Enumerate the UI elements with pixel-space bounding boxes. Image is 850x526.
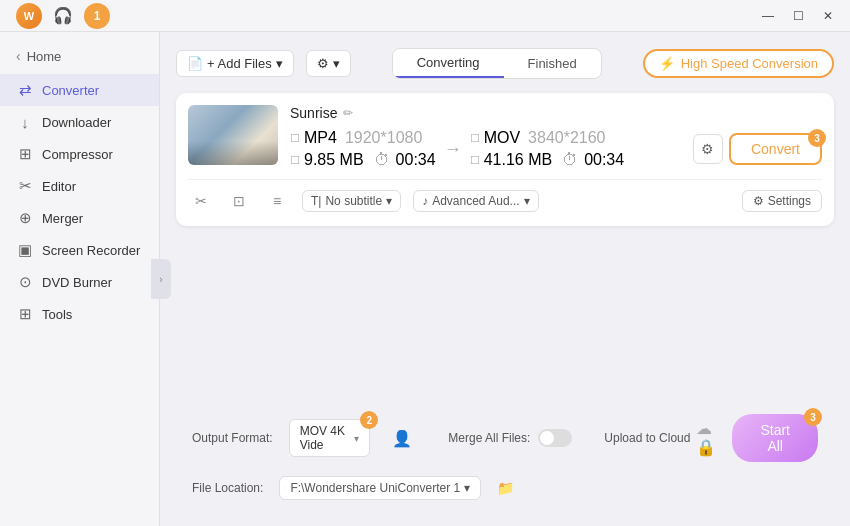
source-format-row: ☐ MP4 1920*1080 [290, 129, 436, 147]
footer-row2: File Location: F:\Wondershare UniConvert… [176, 476, 834, 510]
title-bar-controls: — ☐ ✕ [754, 5, 842, 27]
file-info: Sunrise ✏ ☐ MP4 1920*1080 ☐ [290, 105, 822, 169]
add-more-icon: ⚙ [317, 56, 329, 71]
tab-converting[interactable]: Converting [393, 49, 504, 78]
file-thumbnail [188, 105, 278, 165]
start-all-container: Start All 3 [732, 414, 818, 462]
scissors-icon[interactable]: ✂ [188, 188, 214, 214]
user-avatar[interactable]: W [16, 3, 42, 29]
bottom-options: ✂ ⊡ ≡ T| No subtitle ▾ ♪ Advanced Aud...… [188, 179, 822, 214]
subtitle-icon: T| [311, 194, 321, 208]
app-body: ‹ Home ⇄ Converter ↓ Downloader ⊞ Compre… [0, 32, 850, 526]
source-format: MP4 [304, 129, 337, 147]
start-all-badge: 3 [804, 408, 822, 426]
audio-select[interactable]: ♪ Advanced Aud... ▾ [413, 190, 538, 212]
output-format-select[interactable]: MOV 4K Vide ▾ [289, 419, 371, 457]
folder-icon[interactable]: 📁 [497, 480, 514, 496]
sidebar-label-converter: Converter [42, 83, 99, 98]
edit-icon[interactable]: ✏ [343, 106, 353, 120]
size-icon: ☐ [290, 154, 300, 167]
output-size-row: ☐ 41.16 MB ⏱ 00:34 [470, 151, 625, 169]
file-name: Sunrise [290, 105, 337, 121]
sidebar-label-tools: Tools [42, 307, 72, 322]
cloud-row: Upload to Cloud ☁🔒 [604, 419, 716, 457]
file-name-row: Sunrise ✏ [290, 105, 822, 121]
source-duration: 00:34 [396, 151, 436, 169]
format-badge: 2 [360, 411, 378, 429]
notification-badge[interactable]: 1 [84, 3, 110, 29]
output-resolution: 3840*2160 [528, 129, 605, 147]
sidebar-collapse-button[interactable]: › [151, 259, 171, 299]
headphone-icon[interactable]: 🎧 [50, 3, 76, 29]
sidebar-home[interactable]: ‹ Home [0, 42, 159, 70]
merger-icon: ⊕ [16, 209, 34, 227]
sidebar-item-compressor[interactable]: ⊞ Compressor [0, 138, 159, 170]
add-files-button[interactable]: 📄 + Add Files ▾ [176, 50, 294, 77]
tab-finished[interactable]: Finished [504, 49, 601, 78]
compressor-icon: ⊞ [16, 145, 34, 163]
upload-label: Upload to Cloud [604, 431, 690, 445]
sidebar-item-dvd-burner[interactable]: ⊙ DVD Burner [0, 266, 159, 298]
sidebar-item-tools[interactable]: ⊞ Tools [0, 298, 159, 330]
minimize-button[interactable]: — [754, 5, 782, 27]
sidebar-label-editor: Editor [42, 179, 76, 194]
merge-toggle[interactable] [538, 429, 572, 447]
output-size-icon: ☐ [470, 154, 480, 167]
settings-button[interactable]: ⚙ Settings [742, 190, 822, 212]
sidebar-label-dvd-burner: DVD Burner [42, 275, 112, 290]
gear-icon: ⚙ [753, 194, 764, 208]
convert-arrow-icon: → [444, 139, 462, 160]
output-format-label: Output Format: [192, 431, 273, 445]
sidebar-label-screen-recorder: Screen Recorder [42, 243, 140, 258]
add-files-label: + Add Files [207, 56, 272, 71]
maximize-button[interactable]: ☐ [784, 5, 812, 27]
bookmark-icon[interactable]: ⊡ [226, 188, 252, 214]
tab-group: Converting Finished [392, 48, 602, 79]
sidebar-label-merger: Merger [42, 211, 83, 226]
home-label: Home [27, 49, 62, 64]
tools-icon: ⊞ [16, 305, 34, 323]
lightning-icon: ⚡ [659, 56, 675, 71]
file-details-row: ☐ MP4 1920*1080 ☐ 9.85 MB ⏱ 00:34 [290, 129, 822, 169]
clock-icon: ⏱ [374, 151, 390, 169]
subtitle-select[interactable]: T| No subtitle ▾ [302, 190, 401, 212]
output-format-value: MOV 4K Vide [300, 424, 351, 452]
dvd-burner-icon: ⊙ [16, 273, 34, 291]
settings-small-button[interactable]: ⚙ [693, 134, 723, 164]
sidebar-item-editor[interactable]: ✂ Editor [0, 170, 159, 202]
merge-label: Merge All Files: [448, 431, 530, 445]
output-clock-icon: ⏱ [562, 151, 578, 169]
file-card-top: Sunrise ✏ ☐ MP4 1920*1080 ☐ [188, 105, 822, 169]
file-location-label: File Location: [192, 481, 263, 495]
footer-area: Output Format: MOV 4K Vide ▾ 2 👤 Merge A… [176, 406, 834, 510]
settings-label: Settings [768, 194, 811, 208]
dropdown-arrow-icon2: ▾ [333, 56, 340, 71]
format-icon-btn[interactable]: 👤 [392, 429, 412, 448]
output-format-icon: ☐ [470, 132, 480, 145]
convert-btn-container: Convert 3 [729, 133, 822, 165]
source-resolution: 1920*1080 [345, 129, 422, 147]
audio-icon: ♪ [422, 194, 428, 208]
close-button[interactable]: ✕ [814, 5, 842, 27]
format-icon: ☐ [290, 132, 300, 145]
merge-row: Merge All Files: [448, 429, 572, 447]
cloud-icon[interactable]: ☁🔒 [696, 419, 716, 457]
output-format-select-container: MOV 4K Vide ▾ 2 [289, 419, 371, 457]
add-more-button[interactable]: ⚙ ▾ [306, 50, 351, 77]
list-icon[interactable]: ≡ [264, 188, 290, 214]
sidebar-item-converter[interactable]: ⇄ Converter [0, 74, 159, 106]
sidebar-label-compressor: Compressor [42, 147, 113, 162]
sidebar-item-merger[interactable]: ⊕ Merger [0, 202, 159, 234]
source-meta: ☐ MP4 1920*1080 ☐ 9.85 MB ⏱ 00:34 [290, 129, 436, 169]
downloader-icon: ↓ [16, 113, 34, 131]
subtitle-arrow-icon: ▾ [386, 194, 392, 208]
back-arrow-icon: ‹ [16, 48, 21, 64]
output-meta: ☐ MOV 3840*2160 ☐ 41.16 MB ⏱ 00:34 [470, 129, 625, 169]
sidebar-item-downloader[interactable]: ↓ Downloader [0, 106, 159, 138]
sidebar-item-screen-recorder[interactable]: ▣ Screen Recorder [0, 234, 159, 266]
high-speed-button[interactable]: ⚡ High Speed Conversion [643, 49, 834, 78]
add-files-icon: 📄 [187, 56, 203, 71]
top-toolbar: 📄 + Add Files ▾ ⚙ ▾ Converting Finished … [176, 48, 834, 79]
output-size: 41.16 MB [484, 151, 552, 169]
footer-row1: Output Format: MOV 4K Vide ▾ 2 👤 Merge A… [176, 406, 834, 472]
